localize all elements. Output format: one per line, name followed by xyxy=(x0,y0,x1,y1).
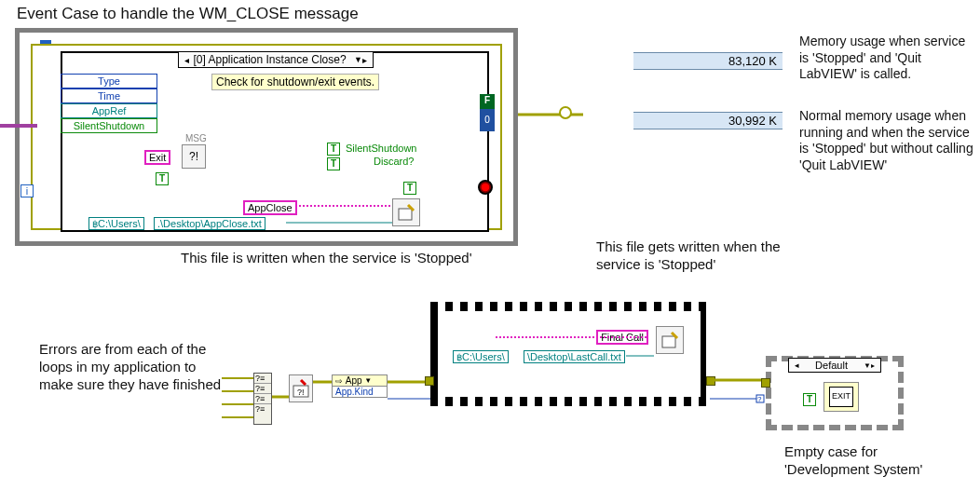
string-const-finalcall: Final Call xyxy=(596,330,648,345)
case-selector-label: Default xyxy=(815,360,848,371)
while-loop-outer: ◂ [0] Application Instance Close? ▼ ▸ Ch… xyxy=(15,28,518,246)
event-node-type: Type xyxy=(61,74,157,88)
diagram-canvas: Event Case to handle the WM_CLOSE messag… xyxy=(0,0,980,490)
msg-label: MSG xyxy=(185,133,207,143)
case-selector[interactable]: ◂ Default ▼▸ xyxy=(788,358,881,373)
annotation-mem-norm: Normal memory usage when running and whe… xyxy=(799,108,976,173)
error-out-indicator xyxy=(559,106,572,119)
svg-rect-16 xyxy=(756,395,764,402)
memory-bar-high: 83,120 K xyxy=(633,52,783,70)
seq-error-in xyxy=(425,376,434,386)
clear-errors-icon: ?! xyxy=(289,374,313,402)
dialog-icon: ?! xyxy=(182,144,206,169)
while-loop: ◂ [0] Application Instance Close? ▼ ▸ Ch… xyxy=(31,44,502,230)
quit-labview-icon: EXIT xyxy=(823,382,859,412)
annotation-file-written-upper: This file is written when the service is… xyxy=(181,250,472,267)
bool-const-t-case: T xyxy=(803,393,816,406)
bool-const-t1: T xyxy=(156,172,169,185)
annotation-empty-case: Empty case for 'Development System' xyxy=(784,443,952,479)
event-data-nodes: Type Time AppRef SilentShutdown xyxy=(61,74,157,133)
label-silentshutdown: SilentShutdown xyxy=(346,143,416,154)
event-case-label: [0] Application Instance Close? xyxy=(189,53,350,66)
comment-shutdown: Check for shutdown/exit events. xyxy=(211,74,379,90)
exit-icon: EXIT xyxy=(829,387,853,407)
event-node-time: Time xyxy=(61,88,157,103)
bool-const-t4: T xyxy=(403,182,416,195)
loop-i-terminal: i xyxy=(20,184,34,197)
annotation-errors: Errors are from each of the loops in my … xyxy=(39,341,225,393)
bool-const-t3: T xyxy=(327,157,340,170)
path2-right: \Desktop\LastCall.txt xyxy=(524,350,625,363)
label-discard: Discard? xyxy=(374,156,414,167)
annotation-mem-high: Memory usage when service is 'Stopped' a… xyxy=(799,34,971,83)
case-error-in xyxy=(761,378,770,388)
event-node-appref: AppRef xyxy=(61,103,157,118)
shift-val: 0 xyxy=(480,109,495,131)
string-const-exit: Exit xyxy=(144,150,170,165)
case-structure: ◂ Default ▼▸ T EXIT xyxy=(766,356,904,430)
svg-text:?: ? xyxy=(757,395,762,403)
write-file-icon-2 xyxy=(656,326,684,354)
bool-const-f: F xyxy=(480,94,495,109)
while-right-controls: F 0 xyxy=(480,94,495,131)
svg-rect-13 xyxy=(662,336,675,347)
event-case-selector[interactable]: ◂ [0] Application Instance Close? ▼ ▸ xyxy=(178,51,374,68)
path2-left: ฿C:\Users\ xyxy=(453,350,509,363)
path-const-right: .\Desktop\AppClose.txt xyxy=(154,217,265,230)
event-structure: ◂ [0] Application Instance Close? ▼ ▸ Ch… xyxy=(61,51,489,232)
flat-sequence: Final Call ฿C:\Users\ \Desktop\LastCall.… xyxy=(430,302,710,406)
stop-terminal[interactable] xyxy=(478,180,493,195)
app-property-node: ⇨ App ▼ App.Kind xyxy=(332,374,388,398)
annotation-file-written-film: This file gets written when the service … xyxy=(596,238,783,274)
write-file-icon xyxy=(392,198,420,226)
string-const-appclose: AppClose xyxy=(243,200,297,215)
page-title: Event Case to handle the WM_CLOSE messag… xyxy=(17,4,359,23)
event-node-silent: SilentShutdown xyxy=(61,118,157,133)
bool-const-t2: T xyxy=(327,143,340,156)
svg-rect-0 xyxy=(399,209,412,220)
merge-errors-icon: ?≡ ?≡ ?≡ ?≡ xyxy=(253,373,272,425)
memory-bar-norm: 30,992 K xyxy=(633,112,783,129)
path-const-left: ฿C:\Users\ xyxy=(88,217,144,230)
svg-text:?!: ?! xyxy=(297,388,305,397)
seq-error-out xyxy=(706,376,715,386)
